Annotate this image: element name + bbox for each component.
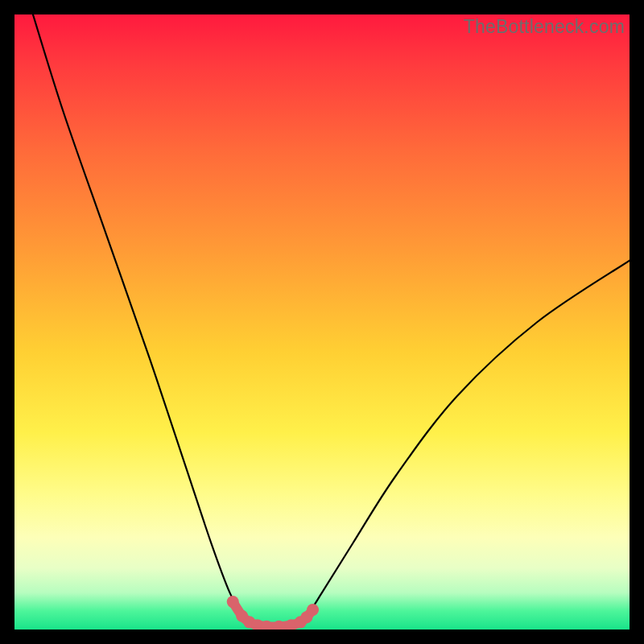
chart-frame: TheBottleneck.com xyxy=(0,0,644,644)
chart-plot-area: TheBottleneck.com xyxy=(14,14,630,630)
marker-dot xyxy=(307,604,319,616)
chart-svg xyxy=(14,14,630,630)
marker-dot xyxy=(227,596,239,608)
bottleneck-curve-line xyxy=(33,14,630,627)
